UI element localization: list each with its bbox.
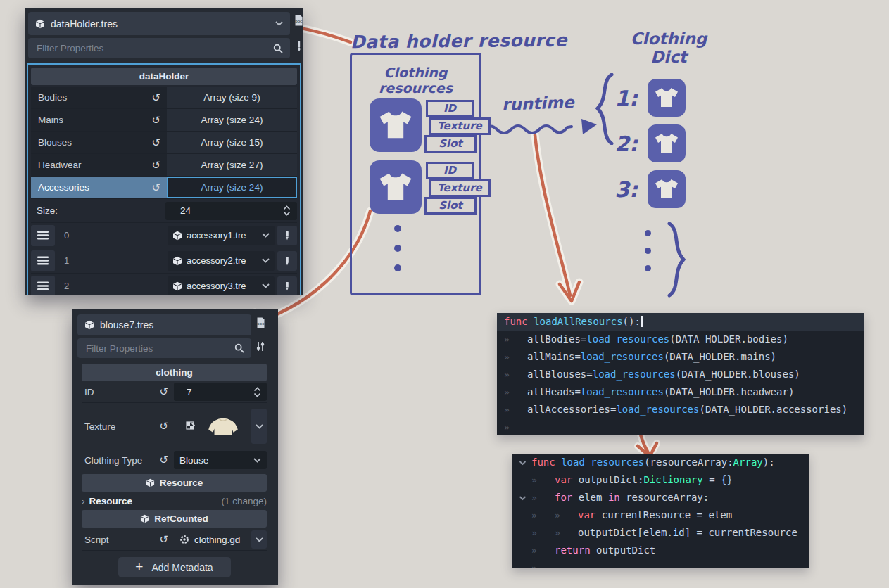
array-item-list: 0accessory1.tre1accessory2.tre2accessory… [28, 223, 300, 295]
filter-properties-bar [77, 338, 251, 358]
property-row-blouses[interactable]: Blouses↺Array (size 15) [31, 132, 297, 154]
property-name: Accessories [38, 182, 89, 193]
code-line: » [512, 559, 809, 568]
resource-header-blouse[interactable]: blouse7.tres [77, 314, 251, 335]
property-name: Headwear [38, 160, 82, 170]
sketch-shirt-tile [370, 98, 422, 152]
texture-options-button[interactable] [251, 409, 267, 444]
category-resource[interactable]: Resource [82, 474, 267, 492]
property-value-cell[interactable]: Array (size 15) [167, 132, 297, 153]
search-icon [234, 343, 244, 353]
edit-texture-icon[interactable] [186, 421, 196, 431]
code-line: »return outputDict [512, 542, 809, 559]
property-row-accessories[interactable]: Accessories↺Array (size 24) [31, 177, 297, 199]
clothing-type-dropdown[interactable]: Blouse [174, 451, 267, 469]
filter-properties-input[interactable] [35, 42, 267, 54]
property-name-cell[interactable]: Blouses↺ [31, 132, 167, 153]
revert-icon[interactable]: ↺ [151, 181, 160, 194]
blouse-texture-thumbnail[interactable] [207, 417, 239, 436]
script-options-button[interactable] [251, 530, 267, 549]
resource-expander[interactable]: › Resource (1 change) [82, 492, 267, 509]
category-dataholder[interactable]: dataHolder [31, 68, 297, 85]
code-line: »allBlouses=load_resources(DATA_HOLDER.b… [497, 366, 864, 383]
edit-item-button[interactable] [277, 276, 297, 296]
resource-header-dataholder[interactable]: dataHolder.tres [28, 12, 290, 35]
category-refcounted[interactable]: RefCounted [82, 510, 267, 528]
inspector-tools-button[interactable] [256, 341, 265, 352]
property-name-cell[interactable]: Accessories↺ [31, 177, 167, 198]
sketch-shirt-tile [648, 170, 686, 208]
open-docs-button[interactable]: DOC [294, 15, 303, 26]
script-filename: clothing.gd [194, 535, 240, 545]
tshirt-icon [652, 175, 681, 203]
property-name: Mains [38, 115, 63, 125]
property-value: Array (size 15) [201, 137, 263, 148]
sketch-shirt-tile [648, 79, 686, 117]
stepper-icon[interactable] [283, 205, 291, 216]
array-size-input[interactable]: 24 [165, 202, 297, 220]
resource-cube-icon [172, 231, 182, 241]
revert-icon[interactable]: ↺ [151, 136, 160, 149]
property-row-mains[interactable]: Mains↺Array (size 24) [31, 109, 297, 132]
code-line: »»outputDict[elem.id] = currentResource [512, 524, 809, 542]
sketch-tag-id: ID [426, 162, 474, 179]
sketch-dict-entries: 1:2:3: [608, 79, 686, 208]
array-size-value: 24 [180, 205, 191, 216]
id-value: 7 [187, 387, 192, 397]
revert-icon[interactable]: ↺ [151, 159, 160, 172]
property-value-cell[interactable]: Array (size 24) [167, 177, 297, 198]
array-item-resource-dropdown[interactable]: accessory2.tre [168, 251, 275, 271]
array-item-resource-dropdown[interactable]: accessory1.tre [168, 226, 275, 245]
revert-icon[interactable]: ↺ [159, 420, 168, 433]
array-item-resource-dropdown[interactable]: accessory3.tre [168, 276, 275, 296]
edit-item-button[interactable] [277, 226, 297, 245]
doc-icon: DOC [294, 15, 303, 26]
revert-icon[interactable]: ↺ [159, 533, 168, 546]
drag-handle[interactable] [31, 276, 55, 296]
sketch-tag-stack: IDTextureSlot [423, 100, 491, 153]
tshirt-icon [376, 167, 415, 207]
array-item-index: 0 [64, 230, 69, 241]
property-row-headwear[interactable]: Headwear↺Array (size 27) [31, 154, 297, 177]
revert-icon[interactable]: ↺ [159, 454, 168, 466]
category-label: dataHolder [139, 71, 189, 82]
size-label: Size: [31, 205, 58, 216]
stepper-icon[interactable] [253, 387, 261, 397]
edit-item-button[interactable] [277, 251, 297, 271]
script-gear-icon [179, 535, 189, 544]
property-row-texture: Texture ↺ [82, 407, 267, 445]
add-metadata-button[interactable]: + Add Metadata [118, 557, 231, 577]
property-name-cell[interactable]: Bodies↺ [31, 87, 167, 108]
filter-properties-input[interactable] [84, 343, 229, 354]
category-label: Resource [160, 478, 203, 488]
inspector-panel-dataholder: dataHolder.tres DOC dataHolder Bodies↺Ar… [25, 8, 303, 295]
property-value-cell[interactable]: Array (size 27) [167, 154, 297, 176]
code-line: »for elem in resourceArray: [512, 489, 809, 506]
drag-handle[interactable] [31, 250, 55, 271]
property-name: Bodies [38, 92, 67, 103]
sketch-tag-texture: Texture [429, 117, 491, 135]
drag-handle[interactable] [31, 225, 55, 246]
script-value[interactable]: clothing.gd [174, 530, 251, 549]
property-value: Array (size 24) [201, 115, 263, 125]
revert-icon[interactable]: ↺ [151, 91, 160, 104]
property-row-bodies[interactable]: Bodies↺Array (size 9) [31, 87, 297, 109]
property-value-cell[interactable]: Array (size 9) [167, 87, 297, 108]
category-clothing[interactable]: clothing [82, 364, 267, 381]
property-name-cell[interactable]: Headwear↺ [31, 154, 167, 176]
resource-cube-icon [146, 478, 155, 487]
property-value-cell[interactable]: Array (size 24) [167, 109, 297, 131]
id-value-input[interactable]: 7 [174, 383, 267, 401]
code-editor-load-all-resources[interactable]: func loadAllResourcs():»allBodies=load_r… [497, 313, 864, 435]
inspector-tools-button[interactable] [295, 41, 303, 52]
chevron-down-icon [262, 258, 270, 263]
expander-arrow-icon: › [82, 496, 85, 506]
revert-icon[interactable]: ↺ [159, 385, 168, 398]
property-name-cell[interactable]: Mains↺ [31, 109, 167, 131]
sketch-tag-slot: Slot [424, 197, 477, 215]
property-value: Array (size 24) [201, 182, 263, 193]
property-value: Array (size 27) [201, 160, 263, 170]
open-docs-button[interactable]: DOC [256, 317, 266, 328]
revert-icon[interactable]: ↺ [151, 114, 160, 127]
code-editor-load-resources[interactable]: func load_resources(resourceArray:Array)… [512, 454, 809, 568]
